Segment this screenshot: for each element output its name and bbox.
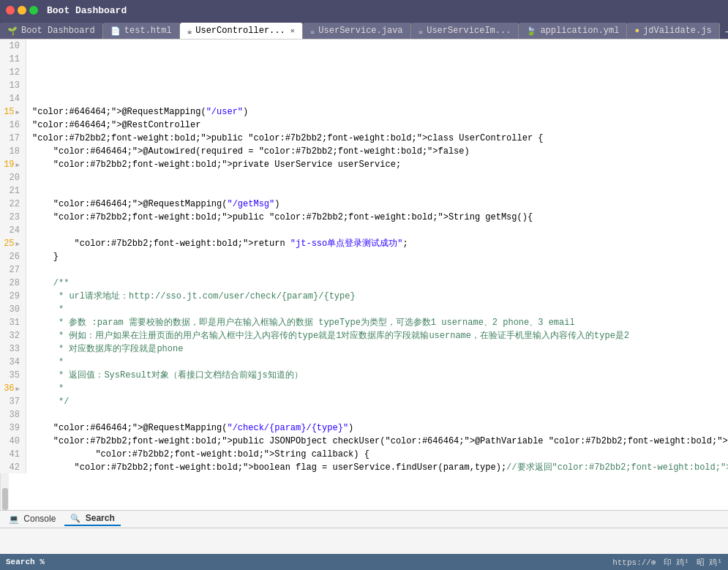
fold-marker[interactable]: ▶ [16, 162, 20, 169]
tab-label: UserController... [195, 26, 285, 36]
line-number-20: 20 [3, 171, 20, 184]
line-number-30: 30 [3, 303, 20, 316]
tab-user-controller[interactable]: ☕ UserController... ✕ [180, 23, 303, 39]
tab-label: UserServiceIm... [427, 26, 511, 36]
code-line-11 [32, 92, 728, 105]
comment-text: * 返回值：SysResult对象（看接口文档结合前端js知道的） [32, 370, 303, 380]
tab-label: test.html [124, 26, 172, 36]
code-line-15: "color:#646464;">@Autowired(required = "… [32, 145, 728, 158]
line-number-29: 29 [3, 290, 20, 303]
line-number-40: 40 [3, 435, 20, 448]
fold-marker[interactable]: ▶ [16, 386, 20, 393]
code-line-27: * [32, 303, 728, 316]
code-scroll-area[interactable]: 101112131415▶16171819▶202122232425▶26272… [0, 40, 728, 473]
line-number-35: 35 [3, 369, 20, 382]
app-title: Boot Dashboard [47, 5, 127, 16]
bottom-tab-bar: 💻 Console 🔍 Search [0, 511, 728, 528]
comment-text: * [32, 357, 64, 367]
js-icon: ● [634, 26, 639, 35]
line-number-11: 11 [3, 53, 20, 66]
line-number-28: 28 [3, 277, 20, 290]
window-controls [6, 6, 38, 15]
search-status: Search % [6, 558, 45, 566]
status-https: https://⊕ [612, 558, 656, 567]
java-icon: ☕ [419, 26, 424, 36]
code-line-36: "color:#646464;">@RequestMapping("/check… [32, 421, 728, 435]
code-line-14: "color:#7b2bb2;font-weight:bold;">public… [32, 132, 728, 145]
status-right: https://⊕ 印 鸡¹ 昭 鸡¹ [612, 557, 722, 568]
line-number-23: 23 [3, 211, 20, 224]
code-line-22: "color:#7b2bb2;font-weight:bold;">return… [32, 237, 728, 250]
bottom-content [0, 528, 728, 554]
code-line-31: * [32, 356, 728, 369]
code-line-25: /** [32, 277, 728, 290]
tab-user-service-impl[interactable]: ☕ UserServiceIm... [411, 23, 519, 39]
code-line-33: * [32, 382, 728, 395]
tab-jd-validate[interactable]: ● jdValidate.js [627, 23, 719, 39]
code-line-10 [32, 79, 728, 92]
tab-boot-dashboard[interactable]: 🌱 Boot Dashboard [0, 23, 103, 39]
line-number-25: 25▶ [3, 237, 20, 250]
line-number-32: 32 [3, 329, 20, 342]
fold-marker[interactable]: ▶ [16, 109, 20, 116]
status-bar: Search % https://⊕ 印 鸡¹ 昭 鸡¹ [0, 554, 728, 570]
tab-bar: 🌱 Boot Dashboard 📄 test.html ☕ UserContr… [0, 20, 728, 40]
code-line-23: } [32, 250, 728, 263]
code-line-32: * 返回值：SysResult对象（看接口文档结合前端js知道的） [32, 369, 728, 382]
line-number-34: 34 [3, 356, 20, 369]
file-icon: 📄 [110, 26, 121, 36]
line-number-39: 39 [3, 421, 20, 435]
code-line-19: "color:#646464;">@RequestMapping("/getMs… [32, 198, 728, 211]
tab-close-icon[interactable]: ✕ [290, 26, 295, 35]
tab-label: UserService.java [318, 26, 402, 36]
comment-text: * 例如：用户如果在注册页面的用户名输入框中注入内容传的type就是1对应数据库… [32, 331, 629, 341]
line-number-36: 36▶ [3, 382, 20, 395]
line-number-17: 17 [3, 132, 20, 145]
vertical-scrollbar[interactable] [0, 473, 9, 510]
tab-user-service[interactable]: ☕ UserService.java [303, 23, 411, 39]
code-line-34: */ [32, 395, 728, 408]
search-tab-label: Search [86, 513, 115, 523]
status-left: Search % [6, 558, 45, 566]
code-line-13: "color:#646464;">@RestController [32, 119, 728, 132]
comment-text: /** [32, 278, 69, 288]
line-number-10: 10 [3, 40, 20, 53]
tab-application-yml[interactable]: 🍃 application.yml [519, 23, 627, 39]
minimize-button[interactable] [18, 6, 26, 15]
code-line-16: "color:#7b2bb2;font-weight:bold;">privat… [32, 158, 728, 171]
line-number-31: 31 [3, 316, 20, 329]
close-button[interactable] [6, 6, 15, 15]
line-number-33: 33 [3, 342, 20, 356]
tab-test-html[interactable]: 📄 test.html [103, 23, 180, 39]
java-icon: ☕ [310, 26, 315, 36]
code-editor: 101112131415▶16171819▶202122232425▶26272… [0, 40, 728, 510]
title-bar: Boot Dashboard [0, 0, 728, 20]
java-icon: ☕ [187, 26, 192, 36]
comment-text: * url请求地址：http://sso.jt.com/user/check/{… [32, 291, 356, 301]
code-line-38: "color:#7b2bb2;font-weight:bold;">String… [32, 448, 728, 461]
line-number-18: 18 [3, 145, 20, 158]
line-number-24: 24 [3, 224, 20, 237]
code-line-29: * 例如：用户如果在注册页面的用户名输入框中注入内容传的type就是1对应数据库… [32, 329, 728, 342]
status-encoding: 印 鸡¹ [664, 557, 689, 568]
tab-label: jdValidate.js [643, 26, 712, 36]
line-number-21: 21 [3, 184, 20, 198]
line-number-14: 14 [3, 92, 20, 105]
comment-text: */ [32, 397, 69, 407]
code-line-12: "color:#646464;">@RequestMapping("/user"… [32, 105, 728, 119]
line-number-38: 38 [3, 408, 20, 421]
comment-text: * [32, 383, 64, 394]
tab-label: Boot Dashboard [21, 26, 95, 36]
boot-icon: 🌱 [7, 26, 18, 36]
fold-marker[interactable]: ▶ [16, 241, 20, 248]
search-tab[interactable]: 🔍 Search [64, 511, 120, 526]
console-tab[interactable]: 💻 Console [3, 512, 61, 525]
console-icon: 💻 [9, 514, 19, 523]
line-number-19: 19▶ [3, 158, 20, 171]
code-line-30: * 对应数据库的字段就是phone [32, 342, 728, 356]
maximize-button[interactable] [29, 6, 38, 15]
comment-text: * 对应数据库的字段就是phone [32, 344, 183, 354]
code-content: "color:#646464;">@RequestMapping("/user"… [26, 40, 728, 473]
code-line-28: * 参数 :param 需要校验的数据，即是用户在输入框输入的数据 typeTy… [32, 316, 728, 329]
code-line-24 [32, 263, 728, 277]
